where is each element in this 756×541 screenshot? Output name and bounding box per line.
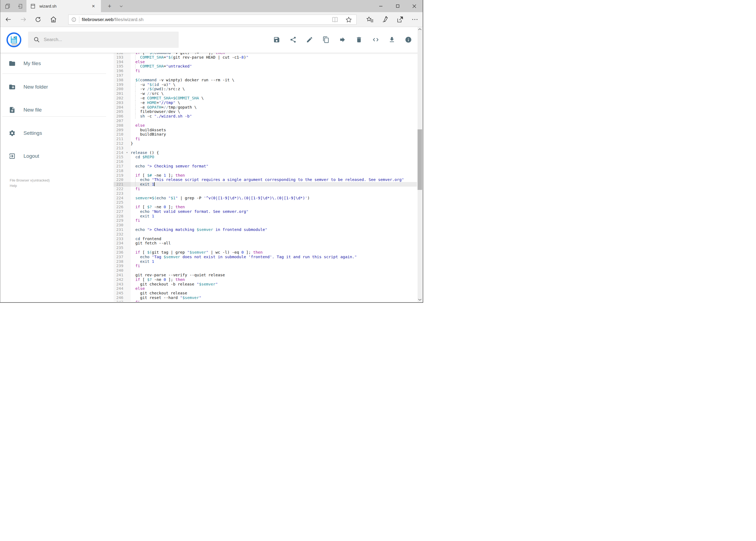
code-line[interactable]: 234 git fetch --all: [114, 241, 417, 246]
set-tabs-aside-button[interactable]: [14, 0, 26, 12]
code-line[interactable]: 205 filebrowser/dev \: [114, 109, 417, 114]
code-line[interactable]: 241 git rev-parse --verify --quiet relea…: [114, 273, 417, 277]
line-number[interactable]: 238: [114, 259, 124, 264]
rename-button[interactable]: [306, 36, 313, 43]
code-line[interactable]: 219 if [ $# -ne 1 ]; then: [114, 173, 417, 178]
code-line[interactable]: 238 exit 1: [114, 259, 417, 264]
copy-button[interactable]: [323, 36, 330, 43]
code-line[interactable]: 229 fi: [114, 218, 417, 223]
line-number[interactable]: 235: [114, 246, 124, 250]
line-number[interactable]: 246: [114, 295, 124, 300]
code-line[interactable]: 237 echo "Tag $semver does not exist in …: [114, 255, 417, 259]
scrollbar-thumb[interactable]: [417, 129, 422, 190]
line-number[interactable]: 207: [114, 119, 124, 123]
line-number[interactable]: 208: [114, 123, 124, 128]
code-line[interactable]: 206 sh -c "./wizard.sh -b": [114, 114, 417, 119]
share-page-button[interactable]: [395, 15, 405, 24]
code-line[interactable]: 226 if [ $? -ne 0 ]; then: [114, 205, 417, 209]
code-line[interactable]: 209 buildAssets: [114, 128, 417, 132]
code-line[interactable]: 214▾release () {: [114, 151, 417, 155]
code-line[interactable]: 221 exit 1: [114, 182, 417, 187]
line-number[interactable]: 220: [114, 178, 124, 182]
url-bar[interactable]: filebrowser.web/files/wizard.sh: [68, 15, 357, 25]
line-number[interactable]: 241: [114, 273, 124, 277]
code-line[interactable]: 198 $(command -v winpty) docker run --rm…: [114, 78, 417, 82]
line-number[interactable]: 234: [114, 241, 124, 246]
share-button[interactable]: [290, 36, 297, 43]
code-line[interactable]: 233 cd frontend: [114, 237, 417, 241]
code-line[interactable]: 235: [114, 246, 417, 250]
line-number[interactable]: 200: [114, 87, 124, 91]
line-number[interactable]: 205: [114, 109, 124, 114]
line-number[interactable]: 244: [114, 286, 124, 291]
code-line[interactable]: 202 -e COMMIT_SHA=$COMMIT_SHA \: [114, 96, 417, 101]
code-line[interactable]: 197: [114, 73, 417, 78]
code-line[interactable]: 224 semver=$(echo "$1" | grep -P '^v(0|[…: [114, 196, 417, 201]
code-line[interactable]: 194 else: [114, 60, 417, 64]
info-button[interactable]: [405, 36, 412, 43]
more-options-button[interactable]: [410, 15, 420, 24]
line-number[interactable]: 217: [114, 164, 124, 169]
line-number[interactable]: 219: [114, 173, 124, 178]
code-line[interactable]: 193 COMMIT_SHA="$(git rev-parse HEAD | c…: [114, 55, 417, 60]
scroll-down-icon[interactable]: [417, 297, 422, 302]
new-tab-button[interactable]: +: [104, 0, 115, 12]
code-line[interactable]: 218: [114, 169, 417, 173]
sidebar-item-settings[interactable]: Settings: [0, 126, 106, 140]
code-line[interactable]: 204 -e GOPATH=//tmp/gopath \: [114, 105, 417, 110]
line-number[interactable]: 229: [114, 218, 124, 223]
code-line[interactable]: 200 -v /$(pwd):/src:z \: [114, 87, 417, 91]
reading-view-icon[interactable]: [332, 17, 339, 23]
code-line[interactable]: 192 if [ "$(command -v git)" != "" ]; th…: [114, 53, 417, 55]
sidebar-item-my-files[interactable]: My files: [0, 56, 106, 71]
code-line[interactable]: 212}: [114, 141, 417, 146]
code-line[interactable]: 231 echo "> Checking matching $semver in…: [114, 228, 417, 232]
code-line[interactable]: 220 echo "This release script requires a…: [114, 178, 417, 182]
sidebar-item-new-folder[interactable]: New folder: [0, 80, 106, 94]
code-line[interactable]: 223: [114, 191, 417, 196]
line-number[interactable]: 198: [114, 78, 124, 82]
line-number[interactable]: 206: [114, 114, 124, 119]
line-number[interactable]: 215: [114, 155, 124, 159]
line-number[interactable]: 214: [114, 151, 124, 155]
favorite-star-icon[interactable]: [346, 16, 352, 23]
line-number[interactable]: 232: [114, 232, 124, 237]
line-number[interactable]: 240: [114, 268, 124, 273]
line-number[interactable]: 204: [114, 105, 124, 110]
line-number[interactable]: 194: [114, 60, 124, 64]
line-number[interactable]: 195: [114, 64, 124, 69]
line-number[interactable]: 201: [114, 91, 124, 96]
code-line[interactable]: 246 git reset --hard "$semver": [114, 295, 417, 300]
line-number[interactable]: 236: [114, 250, 124, 255]
page-scrollbar[interactable]: [417, 27, 422, 302]
tab-preview-button[interactable]: [2, 0, 14, 12]
code-line[interactable]: 230: [114, 223, 417, 228]
url-text[interactable]: filebrowser.web/files/wizard.sh: [82, 17, 332, 22]
line-number[interactable]: 243: [114, 282, 124, 286]
code-line[interactable]: 217 echo "> Checking semver format": [114, 164, 417, 169]
sidebar-item-new-file[interactable]: New file: [0, 103, 106, 117]
line-number[interactable]: 218: [114, 169, 124, 173]
back-button[interactable]: [4, 15, 13, 24]
tab-list-dropdown-button[interactable]: [116, 0, 126, 12]
code-line[interactable]: 228 exit 1: [114, 214, 417, 219]
help-link[interactable]: Help: [10, 184, 17, 188]
line-number[interactable]: 242: [114, 277, 124, 282]
line-number[interactable]: 196: [114, 69, 124, 73]
fold-arrow-icon[interactable]: ▾: [124, 151, 130, 155]
refresh-button[interactable]: [33, 15, 43, 24]
code-line[interactable]: 227 echo "Not valid semver format. See s…: [114, 209, 417, 214]
line-number[interactable]: 216: [114, 159, 124, 164]
line-number[interactable]: 210: [114, 132, 124, 137]
code-line[interactable]: 225: [114, 200, 417, 205]
code-line[interactable]: 247 fi: [114, 300, 417, 302]
code-line[interactable]: 236 if [ $(git tag | grep "$semver" | wc…: [114, 250, 417, 255]
line-number[interactable]: 222: [114, 187, 124, 191]
line-number[interactable]: 247: [114, 300, 124, 302]
line-number[interactable]: 192: [114, 53, 124, 55]
download-button[interactable]: [388, 36, 395, 43]
line-number[interactable]: 231: [114, 228, 124, 232]
code-line[interactable]: 211 fi: [114, 137, 417, 141]
line-number[interactable]: 212: [114, 141, 124, 146]
edit-source-button[interactable]: [372, 36, 379, 43]
